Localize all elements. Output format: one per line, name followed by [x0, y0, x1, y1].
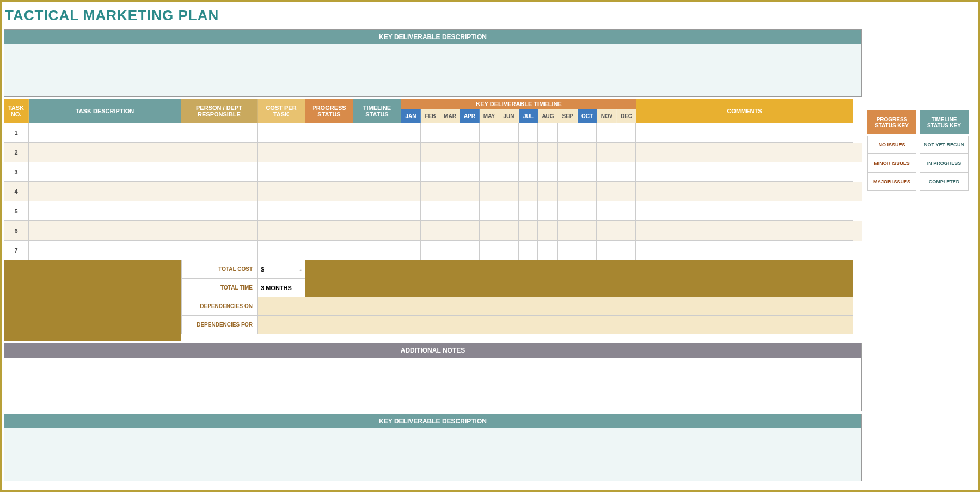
- month-oct: OCT: [578, 109, 597, 123]
- total-time-row: TOTAL TIME 3 MONTHS: [181, 279, 853, 297]
- row-no: 5: [4, 201, 29, 221]
- dependencies-for-row: DEPENDENCIES FOR: [181, 316, 853, 334]
- deliverable-desc-block-2: KEY DELIVERABLE DESCRIPTION: [4, 414, 862, 481]
- totals-block: TOTAL COST $ - TOTAL TIME 3 MONTHS DEPEN: [4, 260, 862, 341]
- dependencies-on-label: DEPENDENCIES ON: [181, 297, 258, 316]
- month-aug: AUG: [538, 109, 558, 123]
- page-title: TACTICAL MARKETING PLAN: [4, 4, 976, 29]
- header-months: JAN FEB MAR APR MAY JUN JUL AUG SEP OCT …: [401, 109, 636, 123]
- row-no: 7: [4, 241, 29, 260]
- month-jun: JUN: [499, 109, 519, 123]
- notes-header: ADDITIONAL NOTES: [4, 343, 861, 358]
- main-panel: KEY DELIVERABLE DESCRIPTION TASK NO. TAS…: [4, 29, 862, 483]
- total-time-value: 3 MONTHS: [258, 279, 305, 297]
- task-row[interactable]: 1: [4, 123, 862, 143]
- total-cost-value: $ -: [258, 260, 305, 279]
- dependencies-on-value[interactable]: [258, 297, 853, 316]
- totals-left-bg: [4, 260, 181, 341]
- month-mar: MAR: [440, 109, 460, 123]
- header-timeline-status: TIMELINE STATUS: [353, 99, 401, 123]
- header-cost: COST PER TASK: [258, 99, 305, 123]
- data-rows: 1 2 3: [4, 123, 862, 260]
- deliverable-desc-block: KEY DELIVERABLE DESCRIPTION: [4, 29, 862, 97]
- notes-block: ADDITIONAL NOTES: [4, 343, 862, 411]
- progress-key-item: MINOR ISSUES: [867, 154, 916, 173]
- row-no: 4: [4, 182, 29, 201]
- row-timeline-status[interactable]: [353, 123, 401, 143]
- month-dec: DEC: [617, 109, 636, 123]
- task-row[interactable]: 7: [4, 241, 862, 260]
- month-sep: SEP: [558, 109, 578, 123]
- row-cost[interactable]: [258, 123, 305, 143]
- header-person: PERSON / DEPT RESPONSIBLE: [181, 99, 258, 123]
- dependencies-for-value[interactable]: [258, 316, 853, 334]
- month-feb: FEB: [421, 109, 440, 123]
- deliverable-desc-body[interactable]: [4, 44, 861, 96]
- total-cost-label: TOTAL COST: [181, 260, 258, 279]
- row-no: 2: [4, 143, 29, 162]
- task-row[interactable]: 3: [4, 162, 862, 182]
- header-progress: PROGRESS STATUS: [305, 99, 353, 123]
- timeline-key-header: TIMELINE STATUS KEY: [920, 110, 969, 134]
- key-cells: NO ISSUES MINOR ISSUES MAJOR ISSUES NOT …: [867, 136, 969, 191]
- month-jan: JAN: [401, 109, 421, 123]
- total-time-label: TOTAL TIME: [181, 279, 258, 297]
- month-nov: NOV: [597, 109, 617, 123]
- dependencies-on-row: DEPENDENCIES ON: [181, 297, 853, 316]
- header-timeline-label: KEY DELIVERABLE TIMELINE: [401, 99, 636, 109]
- progress-key-header: PROGRESS STATUS KEY: [867, 110, 916, 134]
- dependencies-for-label: DEPENDENCIES FOR: [181, 316, 258, 334]
- deliverable-desc-header: KEY DELIVERABLE DESCRIPTION: [4, 30, 861, 44]
- header-task-no: TASK NO.: [4, 99, 29, 123]
- row-comment[interactable]: [636, 123, 853, 143]
- task-row[interactable]: 6: [4, 221, 862, 241]
- task-row[interactable]: 4: [4, 182, 862, 201]
- header-row: TASK NO. TASK DESCRIPTION PERSON / DEPT …: [4, 99, 862, 123]
- timeline-key-item: NOT YET BEGUN: [920, 136, 969, 154]
- key-headers: PROGRESS STATUS KEY TIMELINE STATUS KEY: [867, 110, 969, 134]
- progress-key-item: NO ISSUES: [867, 136, 916, 154]
- timeline-key-item: COMPLETED: [920, 173, 969, 191]
- timeline-key-item: IN PROGRESS: [920, 154, 969, 173]
- row-no: 1: [4, 123, 29, 143]
- total-cost-row: TOTAL COST $ -: [181, 260, 853, 279]
- month-jul: JUL: [519, 109, 538, 123]
- progress-key-item: MAJOR ISSUES: [867, 173, 916, 191]
- header-comments: COMMENTS: [636, 99, 853, 123]
- row-progress[interactable]: [305, 123, 353, 143]
- task-row[interactable]: 2: [4, 143, 862, 162]
- row-months[interactable]: [401, 123, 636, 143]
- notes-body[interactable]: [4, 358, 861, 411]
- task-table: TASK NO. TASK DESCRIPTION PERSON / DEPT …: [4, 99, 862, 341]
- row-desc[interactable]: [29, 123, 181, 143]
- month-may: MAY: [480, 109, 499, 123]
- side-panel: PROGRESS STATUS KEY TIMELINE STATUS KEY …: [867, 29, 969, 483]
- deliverable-desc-header-2: KEY DELIVERABLE DESCRIPTION: [4, 414, 861, 428]
- month-apr: APR: [460, 109, 480, 123]
- header-timeline: KEY DELIVERABLE TIMELINE JAN FEB MAR APR…: [401, 99, 636, 123]
- task-row[interactable]: 5: [4, 201, 862, 221]
- deliverable-desc-body-2[interactable]: [4, 428, 861, 481]
- row-person[interactable]: [181, 123, 258, 143]
- header-task-desc: TASK DESCRIPTION: [29, 99, 181, 123]
- row-no: 6: [4, 221, 29, 241]
- row-no: 3: [4, 162, 29, 182]
